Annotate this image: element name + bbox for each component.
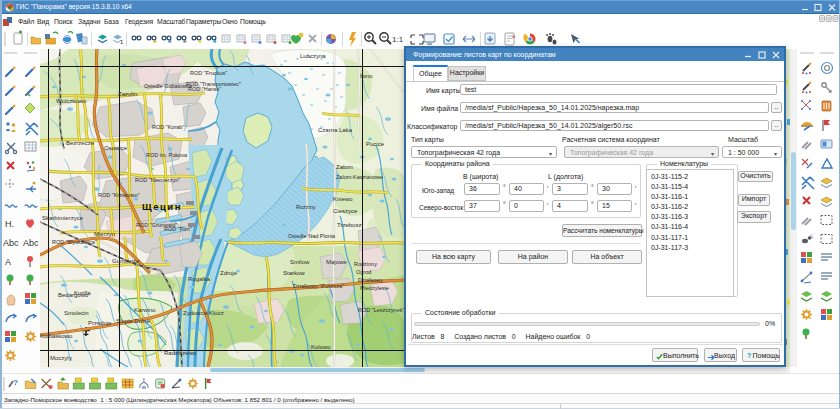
svg-text:Zazulin: Zazulin bbox=[118, 91, 137, 97]
svg-text:Smolecin: Smolecin bbox=[64, 310, 89, 316]
svg-text:Skarbimierzyce: Skarbimierzyce bbox=[42, 215, 84, 221]
svg-text:Abc: Abc bbox=[23, 238, 39, 248]
svg-text:ROD "Fruckus": ROD "Fruckus" bbox=[190, 70, 227, 76]
svg-text:Zalom-Kasztanowe: Zalom-Kasztanowe bbox=[336, 174, 383, 180]
svg-text:Kolbaskowo: Kolbaskowo bbox=[40, 333, 73, 339]
svg-text:Abc: Abc bbox=[3, 238, 19, 248]
svg-text:Rozziny: Rozziny bbox=[296, 204, 316, 210]
svg-text:Rodzinny: Rodzinny bbox=[354, 261, 377, 267]
svg-text:Bezrzecze: Bezrzecze bbox=[66, 140, 95, 146]
svg-text:Karwino: Karwino bbox=[134, 307, 156, 313]
svg-text:Kurilla: Kurilla bbox=[74, 290, 91, 296]
svg-text:Majowe: Majowe bbox=[326, 259, 347, 265]
svg-text:o: o bbox=[512, 33, 516, 39]
svg-text:Kolowo: Kolowo bbox=[311, 344, 331, 350]
svg-text:ROD "Hansk": ROD "Hansk" bbox=[188, 86, 221, 92]
svg-text:Kniewo: Kniewo bbox=[333, 196, 353, 202]
svg-text:Czarna Laka: Czarna Laka bbox=[318, 127, 353, 133]
svg-text:Ogrod: Ogrod bbox=[356, 269, 371, 275]
svg-text:Przeduje: Przeduje bbox=[88, 320, 112, 326]
svg-text:Pucice: Pucice bbox=[366, 141, 385, 147]
svg-text:Osiedle Nad Plonia: Osiedle Nad Plonia bbox=[288, 233, 336, 239]
svg-text:Smilow: Smilow bbox=[290, 259, 310, 265]
svg-text:Slupie Dolne: Slupie Dolne bbox=[116, 318, 151, 324]
svg-text:ROD "Port": ROD "Port" bbox=[164, 226, 192, 232]
svg-text:ROD "Leszczynek": ROD "Leszczynek" bbox=[358, 307, 404, 313]
svg-text:Dzialkowy: Dzialkowy bbox=[358, 277, 383, 283]
svg-text:ROD im. Pukova: ROD im. Pukova bbox=[146, 152, 188, 158]
svg-text:ROD "Korab": ROD "Korab" bbox=[152, 124, 184, 130]
svg-text:Rogalka: Rogalka bbox=[188, 276, 211, 282]
svg-text:Zalom: Zalom bbox=[336, 164, 353, 170]
svg-text:Radziszewo: Radziszewo bbox=[164, 350, 197, 356]
svg-text:Starkow: Starkow bbox=[283, 270, 305, 276]
svg-text:Miedzylesie: Miedzylesie bbox=[360, 285, 389, 291]
svg-text:Dzialkowy "Puszcza": Dzialkowy "Puszcza" bbox=[293, 283, 344, 289]
svg-text:?: ? bbox=[13, 378, 18, 387]
svg-text:Osowice: Osowice bbox=[104, 145, 128, 151]
svg-text:Cieszyce: Cieszyce bbox=[333, 208, 358, 214]
svg-text:Trzebusz: Trzebusz bbox=[337, 222, 361, 228]
svg-text:1:1: 1:1 bbox=[392, 35, 404, 44]
svg-text:Iwno: Iwno bbox=[360, 73, 373, 79]
svg-text:Moczyly: Moczyly bbox=[50, 355, 72, 361]
svg-text:Lubczyna: Lubczyna bbox=[300, 53, 326, 59]
svg-text:Gumience: Gumience bbox=[112, 258, 140, 264]
svg-text:ROD "Blyskawica": ROD "Blyskawica" bbox=[52, 239, 97, 245]
svg-text:Mierzyn: Mierzyn bbox=[94, 231, 115, 237]
svg-text:Zydowce-Klucz: Zydowce-Klucz bbox=[183, 310, 224, 316]
svg-text:Zdroje: Zdroje bbox=[220, 270, 238, 276]
svg-text:ROD "Niemierzyn": ROD "Niemierzyn" bbox=[135, 177, 180, 183]
svg-text:1: 1 bbox=[120, 39, 124, 45]
svg-text:ROD "Krzekowo": ROD "Krzekowo" bbox=[98, 192, 140, 198]
svg-text:A: A bbox=[5, 257, 11, 267]
svg-text:Wolczkowo: Wolczkowo bbox=[56, 98, 87, 104]
svg-text:H.: H. bbox=[5, 219, 14, 229]
svg-text:Щецин: Щецин bbox=[142, 201, 182, 212]
